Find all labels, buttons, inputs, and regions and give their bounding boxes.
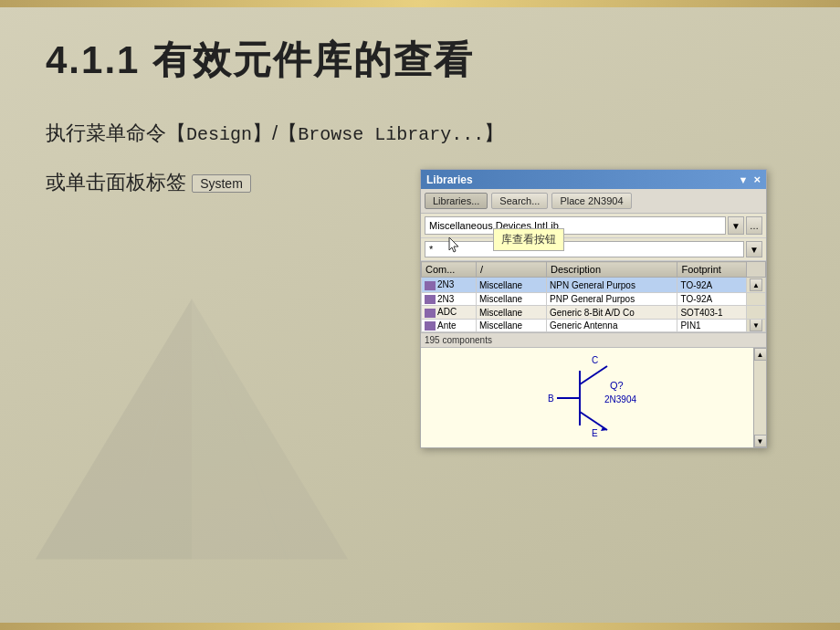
col-header-foot: Footprint — [677, 262, 747, 278]
cell-foot: SOT403-1 — [677, 306, 747, 319]
panel-pin-button[interactable]: ▼ — [737, 174, 751, 185]
desc-text-1: 执行菜单命令【Design】/【Browse Library...】 — [46, 121, 504, 144]
col-header-slash: / — [476, 262, 546, 278]
scroll-cell — [747, 306, 766, 319]
preview-part-label: 2N3904 — [604, 394, 636, 404]
table-row[interactable]: 2N3 Miscellane NPN General Purpos TO-92A… — [422, 278, 766, 293]
component-icon — [425, 281, 436, 290]
tooltip-box: 库查看按钮 — [493, 228, 564, 251]
filter-dropdown-button[interactable]: ▼ — [746, 241, 762, 257]
col-header-scroll — [747, 262, 766, 278]
library-dropdown-button[interactable]: ▼ — [728, 216, 744, 235]
table-row[interactable]: Ante Miscellane Generic Antenna PIN1 ▼ — [422, 319, 766, 331]
border-top — [0, 0, 840, 7]
library-dropdown-input[interactable] — [425, 216, 726, 235]
preview-q-label: Q? — [610, 380, 624, 391]
svg-text:C: C — [592, 355, 598, 365]
scroll-cell: ▲ — [747, 278, 766, 293]
table-header-row: Com... / Description Footprint — [422, 262, 766, 278]
filter-input[interactable] — [425, 241, 744, 257]
cell-foot: TO-92A — [677, 278, 747, 293]
library-select-row: ▼ … — [421, 214, 766, 238]
scroll-down-arrow[interactable]: ▼ — [750, 319, 762, 331]
titlebar-controls: ▼ × — [737, 173, 761, 186]
border-bottom — [0, 623, 840, 630]
svg-line-7 — [580, 412, 607, 430]
cell-desc: PNP General Purpos — [546, 293, 677, 306]
svg-text:B: B — [548, 394, 554, 404]
cell-name: Ante — [422, 319, 477, 331]
table-row[interactable]: 2N3 Miscellane PNP General Purpos TO-92A — [422, 293, 766, 306]
status-bar: 195 components — [421, 332, 766, 347]
panel-title: Libraries — [426, 173, 473, 186]
preview-scroll-down[interactable]: ▼ — [754, 435, 767, 447]
preview-scroll-up[interactable]: ▲ — [754, 348, 767, 361]
cell-lib: Miscellane — [476, 278, 546, 293]
filter-row: ▼ — [421, 238, 766, 261]
panel-close-button[interactable]: × — [753, 173, 761, 186]
cell-name: 2N3 — [422, 278, 477, 293]
place-button[interactable]: Place 2N3904 — [551, 193, 631, 209]
cell-desc: Generic Antenna — [546, 319, 677, 331]
cell-lib: Miscellane — [476, 293, 546, 306]
cell-desc: Generic 8-Bit A/D Co — [546, 306, 677, 319]
component-preview: C E B Q? 2N3904 ▲ ▼ — [421, 347, 766, 447]
table-row[interactable]: ADC Miscellane Generic 8-Bit A/D Co SOT4… — [422, 306, 766, 319]
cell-lib: Miscellane — [476, 306, 546, 319]
cell-lib: Miscellane — [476, 319, 546, 331]
component-icon — [425, 321, 436, 331]
cell-name: ADC — [422, 306, 477, 319]
component-preview-svg: C E B Q? 2N3904 — [539, 352, 648, 444]
page-title: 4.1.1 有效元件库的查看 — [46, 35, 794, 86]
panel-titlebar: Libraries ▼ × — [421, 170, 766, 189]
component-table-container: Com... / Description Footprint 2N3 Misce… — [421, 261, 766, 332]
component-icon — [425, 309, 436, 318]
component-icon — [425, 295, 436, 304]
cell-foot: PIN1 — [677, 319, 747, 331]
svg-text:E: E — [592, 428, 598, 438]
scroll-cell — [747, 293, 766, 306]
scroll-up-arrow[interactable]: ▲ — [750, 278, 762, 291]
library-options-button[interactable]: … — [746, 216, 762, 235]
cell-name: 2N3 — [422, 293, 477, 306]
component-table: Com... / Description Footprint 2N3 Misce… — [421, 261, 766, 332]
panel-toolbar: Libraries... Search... Place 2N3904 — [421, 189, 766, 214]
description-line1: 执行菜单命令【Design】/【Browse Library...】 — [46, 113, 794, 153]
desc-text-2: 或单击面板标签 — [46, 171, 186, 194]
libraries-button[interactable]: Libraries... — [425, 193, 488, 209]
search-button[interactable]: Search... — [491, 193, 548, 209]
scroll-cell: ▼ — [747, 319, 766, 331]
preview-scrollbar: ▲ ▼ — [753, 348, 766, 447]
col-header-name: Com... — [422, 262, 477, 278]
cell-foot: TO-92A — [677, 293, 747, 306]
cell-desc: NPN General Purpos — [546, 278, 677, 293]
system-panel-button[interactable]: System — [192, 174, 251, 193]
libraries-panel: Libraries ▼ × Libraries... Search... Pla… — [420, 169, 767, 448]
svg-line-6 — [580, 366, 607, 384]
col-header-desc: Description — [546, 262, 677, 278]
